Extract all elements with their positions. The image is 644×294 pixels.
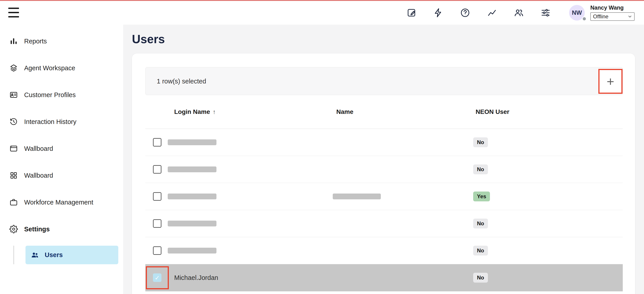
redacted-login-name	[168, 166, 216, 172]
status-select[interactable]: Offline	[590, 12, 634, 21]
users-card: 1 row(s) selected + Login Name↑ Name NEO…	[132, 54, 635, 294]
row-checkbox[interactable]	[153, 138, 162, 147]
menu-icon[interactable]	[8, 7, 19, 18]
page-title: Users	[132, 32, 165, 46]
table-row[interactable]: Yes	[145, 183, 623, 210]
sidebar-item-label: Customer Profiles	[24, 91, 76, 99]
user-name: Nancy Wang	[590, 5, 634, 11]
notes-icon[interactable]	[406, 8, 416, 18]
status-select-value: Offline	[593, 14, 608, 20]
user-info: Nancy Wang Offline	[590, 5, 634, 21]
avatar[interactable]: NW	[569, 5, 585, 21]
sidebar-item-wallboard[interactable]: Wallboard	[0, 135, 123, 162]
customer-profiles-icon	[10, 91, 18, 99]
sidebar-item-wallboard-2[interactable]: Wallboard	[0, 162, 123, 189]
topbar: NW Nancy Wang Offline	[0, 1, 644, 25]
wallboard-grid-icon	[10, 171, 18, 180]
redacted-login-name	[168, 248, 216, 253]
sidebar-item-label: Wallboard	[24, 145, 53, 152]
topbar-actions: NW Nancy Wang Offline	[390, 1, 634, 25]
sidebar-item-settings[interactable]: Settings	[0, 216, 123, 242]
row-checkbox[interactable]	[153, 192, 162, 201]
sidebar-item-users[interactable]: Users	[26, 246, 118, 264]
redacted-login-name	[168, 139, 216, 145]
table-row[interactable]: No	[145, 237, 623, 264]
settings-icon	[10, 225, 18, 233]
neon-badge: Yes	[473, 191, 490, 201]
neon-badge: No	[473, 273, 488, 282]
analytics-icon[interactable]	[487, 8, 497, 18]
table-header: Login Name↑ Name NEON User	[145, 95, 623, 129]
table-row-selected[interactable]: Michael.Jordan No	[145, 264, 623, 291]
redacted-name	[333, 193, 381, 199]
row-checkbox-checked[interactable]	[153, 273, 162, 282]
sidebar-item-label: Settings	[24, 225, 50, 233]
neon-badge: No	[473, 246, 488, 255]
column-header-login-name[interactable]: Login Name↑	[174, 108, 216, 115]
table-row[interactable]: No	[145, 156, 623, 183]
sidebar-item-label: Interaction History	[24, 118, 76, 126]
main-content: Users 1 row(s) selected + Login Name↑ Na…	[123, 25, 644, 294]
workforce-management-icon	[10, 198, 18, 206]
column-header-neon-user[interactable]: NEON User	[476, 108, 510, 115]
sidebar-item-workforce-management[interactable]: Workforce Management	[0, 189, 123, 216]
row-checkbox[interactable]	[153, 165, 162, 174]
add-user-button[interactable]: +	[600, 70, 622, 93]
users-table: Login Name↑ Name NEON User No No Yes	[145, 95, 623, 291]
sidebar-item-label: Workforce Management	[24, 199, 93, 206]
chevron-down-icon	[628, 14, 632, 19]
help-icon[interactable]	[460, 8, 470, 18]
sidebar-item-label: Agent Workspace	[24, 65, 75, 72]
interaction-history-icon	[10, 117, 18, 126]
preferences-icon[interactable]	[541, 8, 550, 18]
status-dot	[582, 17, 586, 21]
wallboard-window-icon	[10, 144, 18, 153]
selection-toolbar: 1 row(s) selected +	[145, 67, 623, 95]
neon-badge: No	[473, 164, 488, 174]
neon-badge: No	[473, 137, 488, 147]
agent-workspace-icon	[10, 64, 18, 72]
sidebar: Reports Agent Workspace Customer Profile…	[0, 25, 123, 294]
sidebar-item-customer-profiles[interactable]: Customer Profiles	[0, 81, 123, 108]
column-header-name[interactable]: Name	[336, 108, 353, 115]
sort-ascending-icon: ↑	[213, 109, 216, 115]
login-name: Michael.Jordan	[174, 274, 218, 281]
reports-icon	[10, 37, 18, 46]
sidebar-item-reports[interactable]: Reports	[0, 28, 123, 55]
redacted-login-name	[168, 193, 216, 199]
annotation-add-button: +	[598, 69, 622, 94]
sidebar-item-label: Wallboard	[24, 172, 53, 179]
avatar-initials: NW	[572, 10, 582, 16]
selection-count: 1 row(s) selected	[157, 77, 206, 85]
quick-actions-icon[interactable]	[433, 8, 443, 18]
sidebar-item-label: Reports	[24, 38, 47, 45]
sidebar-item-agent-workspace[interactable]: Agent Workspace	[0, 55, 123, 81]
subnav-indicator-line	[14, 246, 14, 264]
contacts-icon[interactable]	[514, 8, 524, 18]
row-checkbox[interactable]	[153, 219, 162, 228]
redacted-login-name	[168, 221, 216, 226]
sidebar-item-label: Users	[45, 251, 63, 259]
neon-badge: No	[473, 219, 488, 228]
sidebar-item-interaction-history[interactable]: Interaction History	[0, 108, 123, 135]
table-row[interactable]: No	[145, 129, 623, 156]
users-icon	[31, 251, 39, 259]
table-row[interactable]: No	[145, 210, 623, 237]
row-checkbox[interactable]	[153, 246, 162, 255]
